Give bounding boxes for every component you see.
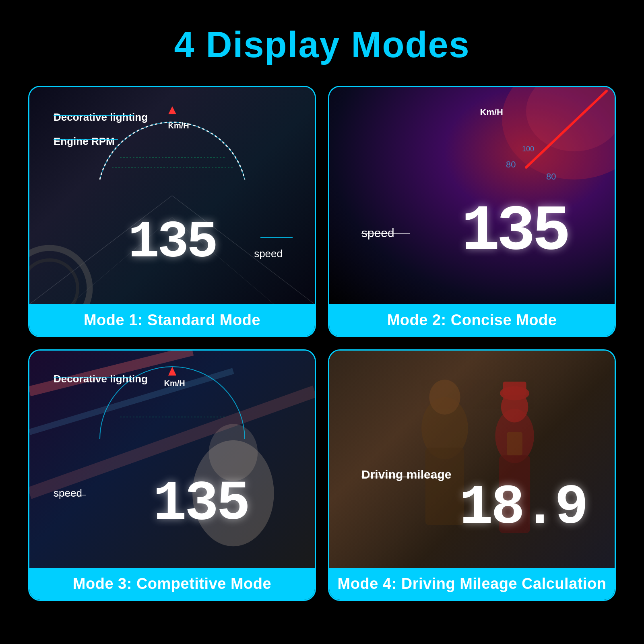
mode4-mileage-label: Driving mileage <box>361 468 451 481</box>
mode1-speed-label: speed <box>254 248 283 260</box>
svg-rect-28 <box>503 382 526 395</box>
mode4-image: Driving mileage 18.9 <box>329 351 615 568</box>
mode1-dec-line <box>54 115 134 116</box>
svg-rect-30 <box>507 432 522 456</box>
mode1-speed-line <box>260 237 293 238</box>
svg-text:80: 80 <box>506 159 516 169</box>
svg-text:100: 100 <box>522 145 534 153</box>
mode3-decorative-label: Decorative lighting <box>54 373 148 385</box>
mode4-mileage-line <box>361 477 442 477</box>
page-title: 4 Display Modes <box>174 24 470 66</box>
mode2-card: 80 80 100 Km/H speed 135 Mode 2: Concise… <box>328 86 616 337</box>
svg-point-23 <box>429 380 460 415</box>
mode3-speed-label: speed <box>54 487 82 500</box>
mode2-speed-line <box>361 233 410 234</box>
mode1-eng-line <box>54 139 118 140</box>
mode3-arc <box>92 359 253 447</box>
svg-marker-6 <box>168 106 176 114</box>
mode3-speed-line <box>54 495 86 495</box>
svg-rect-24 <box>425 448 464 525</box>
mode1-decorative-label: Decorative lighting <box>54 111 148 124</box>
mode1-engine-label: Engine RPM <box>54 135 115 148</box>
speedometer-needle-icon: 80 80 100 <box>494 87 615 188</box>
svg-point-5 <box>29 260 78 304</box>
mode2-image: 80 80 100 Km/H speed 135 <box>329 87 615 304</box>
modes-grid: Km/H Decorative lighting Engine RPM 135 … <box>24 86 620 601</box>
mode1-kmh-label: Km/H <box>168 121 189 130</box>
mode1-label: Mode 1: Standard Mode <box>29 304 315 336</box>
mode3-image: Km/H Decorative lighting speed 135 <box>29 351 315 568</box>
mode3-card: Km/H Decorative lighting speed 135 Mode … <box>28 349 316 601</box>
svg-point-4 <box>29 248 90 304</box>
mode3-label: Mode 3: Competitive Mode <box>29 568 315 600</box>
svg-text:80: 80 <box>546 171 556 182</box>
mode2-speed-value: 135 <box>461 195 568 268</box>
mode4-mileage-value: 18.9 <box>459 476 586 540</box>
mode1-card: Km/H Decorative lighting Engine RPM 135 … <box>28 86 316 337</box>
svg-marker-20 <box>168 367 176 376</box>
mode4-card: Driving mileage 18.9 Mode 4: Driving Mil… <box>328 349 616 601</box>
steering-wheel-icon <box>29 224 98 304</box>
mode2-kmh-label: Km/H <box>480 107 503 118</box>
mode4-label: Mode 4: Driving Mileage Calculation <box>329 568 615 600</box>
mode3-speed-value: 135 <box>153 472 248 536</box>
mode3-kmh-label: Km/H <box>164 379 185 388</box>
mode3-dec-line <box>54 377 132 378</box>
mode1-speed-value: 135 <box>128 213 216 272</box>
mode2-label: Mode 2: Concise Mode <box>329 304 615 336</box>
mode1-image: Km/H Decorative lighting Engine RPM 135 … <box>29 87 315 304</box>
